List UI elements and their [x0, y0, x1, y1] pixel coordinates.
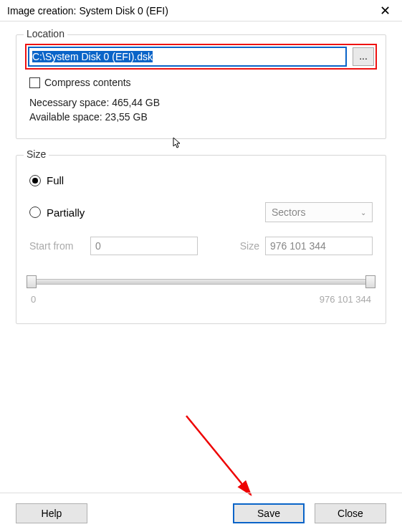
necessary-space-label: Necessary space: 465,44 GB	[29, 97, 373, 108]
size-field-label: Size	[236, 240, 265, 252]
help-button[interactable]: Help	[16, 503, 87, 523]
compress-checkbox[interactable]	[29, 77, 40, 88]
window-title: Image creation: System Disk 0 (EFI)	[7, 5, 374, 16]
size-group-label: Size	[24, 148, 49, 160]
location-path-value: C:\System Disk 0 (EFI).dsk	[32, 51, 153, 62]
save-button[interactable]: Save	[233, 503, 305, 523]
available-space-label: Available space: 23,55 GB	[29, 111, 373, 123]
slider-rail	[31, 279, 371, 285]
button-bar: Help Save Close	[0, 493, 402, 523]
compress-label: Compress contents	[44, 77, 131, 88]
chevron-down-icon: ⌄	[360, 209, 366, 217]
radio-full-label: Full	[47, 174, 64, 186]
location-group-label: Location	[24, 28, 67, 39]
compress-checkbox-row[interactable]: Compress contents	[29, 77, 373, 88]
cursor-icon	[173, 137, 183, 152]
range-fields: Start from 0 Size 976 101 344	[29, 237, 373, 255]
close-button[interactable]: Close	[315, 503, 386, 523]
slider-thumb-left[interactable]	[27, 275, 37, 288]
start-from-input[interactable]: 0	[90, 237, 198, 255]
svg-line-0	[186, 416, 251, 495]
location-path-input[interactable]: C:\System Disk 0 (EFI).dsk	[28, 47, 347, 67]
range-slider[interactable]: 0 976 101 344	[31, 275, 371, 305]
browse-button[interactable]: ...	[353, 47, 374, 66]
location-highlight: C:\System Disk 0 (EFI).dsk ...	[25, 44, 377, 70]
radio-partially[interactable]: Partially Sectors ⌄	[29, 202, 373, 222]
units-dropdown[interactable]: Sectors ⌄	[265, 202, 373, 222]
slider-min-label: 0	[31, 294, 36, 305]
slider-thumb-right[interactable]	[365, 275, 375, 288]
titlebar: Image creation: System Disk 0 (EFI) ✕	[0, 0, 402, 22]
radio-full[interactable]: Full	[29, 174, 373, 186]
radio-partially-label: Partially	[47, 206, 85, 219]
dialog-content: Location C:\System Disk 0 (EFI).dsk ... …	[0, 22, 402, 347]
slider-max-label: 976 101 344	[320, 294, 371, 305]
radio-full-icon	[29, 175, 41, 186]
radio-partially-icon	[29, 206, 41, 218]
start-from-label: Start from	[29, 240, 90, 252]
size-group: Size Full Partially Sectors ⌄ Start from…	[16, 155, 386, 324]
close-icon[interactable]: ✕	[374, 3, 396, 19]
size-input[interactable]: 976 101 344	[265, 237, 373, 255]
location-group: Location C:\System Disk 0 (EFI).dsk ... …	[16, 34, 386, 139]
units-value: Sectors	[272, 206, 305, 218]
